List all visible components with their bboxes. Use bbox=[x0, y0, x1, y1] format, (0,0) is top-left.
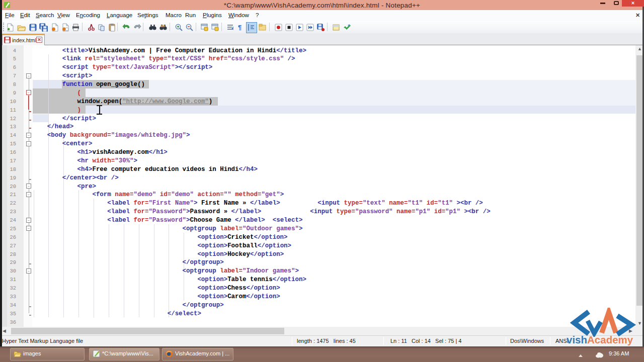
svg-text:¶: ¶ bbox=[238, 24, 242, 31]
svg-text:ab: ab bbox=[160, 24, 165, 28]
